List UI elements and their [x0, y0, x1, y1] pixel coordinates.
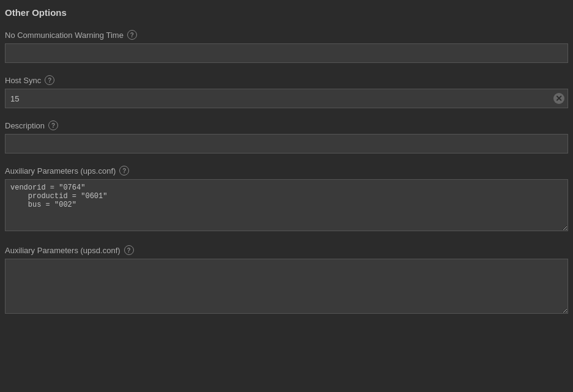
- aux-params-upsd-label: Auxiliary Parameters (upsd.conf): [5, 246, 120, 255]
- aux-params-upsd-group: Auxiliary Parameters (upsd.conf) ?: [5, 245, 568, 316]
- host-sync-help-icon[interactable]: ?: [45, 75, 54, 85]
- section-title: Other Options: [5, 7, 568, 18]
- host-sync-label: Host Sync: [5, 76, 41, 85]
- aux-params-ups-label: Auxiliary Parameters (ups.conf): [5, 166, 116, 176]
- aux-params-ups-label-row: Auxiliary Parameters (ups.conf) ?: [5, 166, 568, 176]
- description-help-icon[interactable]: ?: [48, 120, 58, 130]
- description-group: Description ?: [5, 120, 568, 153]
- page-container: Other Options No Communication Warning T…: [0, 0, 573, 335]
- aux-params-upsd-help-icon[interactable]: ?: [124, 245, 134, 255]
- host-sync-input[interactable]: [5, 89, 568, 108]
- no-comm-warning-group: No Communication Warning Time ?: [5, 30, 568, 63]
- no-comm-warning-label: No Communication Warning Time: [5, 31, 124, 40]
- host-sync-label-row: Host Sync ?: [5, 75, 568, 85]
- aux-params-ups-textarea[interactable]: vendorid = "0764" productid = "0601" bus…: [5, 179, 568, 231]
- description-label: Description: [5, 121, 45, 130]
- no-comm-warning-help-icon[interactable]: ?: [127, 30, 137, 40]
- aux-params-ups-group: Auxiliary Parameters (ups.conf) ? vendor…: [5, 166, 568, 233]
- host-sync-input-wrapper: ✕: [5, 89, 568, 108]
- host-sync-clear-button[interactable]: ✕: [553, 93, 564, 104]
- no-comm-warning-input[interactable]: [5, 43, 568, 63]
- aux-params-ups-help-icon[interactable]: ?: [119, 166, 129, 176]
- host-sync-group: Host Sync ? ✕: [5, 75, 568, 108]
- description-input[interactable]: [5, 134, 568, 153]
- aux-params-upsd-textarea[interactable]: [5, 259, 568, 314]
- description-label-row: Description ?: [5, 120, 568, 130]
- no-comm-warning-label-row: No Communication Warning Time ?: [5, 30, 568, 40]
- aux-params-upsd-label-row: Auxiliary Parameters (upsd.conf) ?: [5, 245, 568, 255]
